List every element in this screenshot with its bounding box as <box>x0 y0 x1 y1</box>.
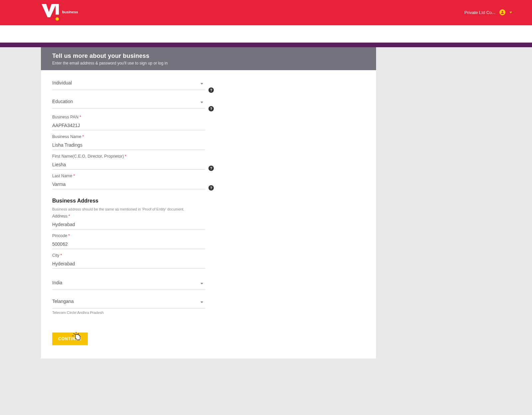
address-label: Address* <box>52 214 365 218</box>
city-row: City* <box>52 253 365 269</box>
form-card: Tell us more about your business Enter t… <box>41 47 376 358</box>
page-title: Tell us more about your business <box>52 53 365 60</box>
brand-logo: ™ business <box>42 4 78 21</box>
business-pan-label: Business PAN* <box>52 115 365 119</box>
state-select[interactable]: Telangana <box>52 296 205 309</box>
category-row: Education ? <box>52 96 365 109</box>
business-pan-row: Business PAN* <box>52 115 365 130</box>
category-select[interactable]: Education <box>52 96 205 109</box>
entity-type-row: Individual ? <box>52 77 365 90</box>
help-icon[interactable]: ? <box>208 106 214 111</box>
business-address-note: Business address should be the same as m… <box>52 207 365 211</box>
cursor-pointer-icon <box>72 332 81 342</box>
telecom-circle-text: Telecom Circle:Andhra Pradesh <box>52 311 365 315</box>
first-name-row: First Name(C.E.O, Director, Proprietor)*… <box>52 154 365 170</box>
entity-type-select[interactable]: Individual <box>52 77 205 90</box>
svg-point-3 <box>502 11 503 13</box>
city-label: City* <box>52 253 365 258</box>
svg-rect-0 <box>56 4 59 15</box>
business-name-input[interactable] <box>52 140 205 150</box>
pincode-input[interactable] <box>52 239 205 249</box>
nav-strip <box>0 25 532 43</box>
continue-button[interactable]: CONTINUE <box>52 333 88 345</box>
last-name-input[interactable] <box>52 180 205 189</box>
pincode-row: Pincode* <box>52 233 365 249</box>
business-name-label: Business Name* <box>52 134 365 139</box>
last-name-row: Last Name* ? <box>52 174 365 189</box>
brand-bar: ™ business Private Ltd Co... <box>0 0 532 25</box>
state-row: Telangana Telecom Circle:Andhra Pradesh <box>52 296 365 315</box>
first-name-label: First Name(C.E.O, Director, Proprietor)* <box>52 154 365 159</box>
brand-sub-text: business <box>62 10 78 14</box>
country-select[interactable]: India <box>52 277 205 290</box>
business-pan-input[interactable] <box>52 121 205 130</box>
svg-point-2 <box>56 17 59 21</box>
address-row: Address* <box>52 214 365 229</box>
address-input[interactable] <box>52 220 205 229</box>
pincode-label: Pincode* <box>52 233 365 238</box>
account-menu[interactable]: Private Ltd Co... <box>465 9 512 15</box>
account-label: Private Ltd Co... <box>465 10 495 15</box>
form-body: Individual ? Education ? Business PAN* B… <box>41 70 376 345</box>
chevron-down-icon <box>509 12 512 13</box>
accent-strip <box>0 43 532 47</box>
last-name-label: Last Name* <box>52 174 365 178</box>
svg-text:™: ™ <box>60 4 60 6</box>
svg-line-5 <box>73 333 75 335</box>
business-address-heading: Business Address <box>52 198 365 204</box>
city-input[interactable] <box>52 259 205 269</box>
first-name-input[interactable] <box>52 160 205 170</box>
country-row: India <box>52 277 365 290</box>
help-icon[interactable]: ? <box>208 185 214 191</box>
user-icon <box>499 9 505 15</box>
business-name-row: Business Name* <box>52 134 365 150</box>
help-icon[interactable]: ? <box>208 166 214 171</box>
page-subtitle: Enter the email address & password you'l… <box>52 61 365 66</box>
form-header: Tell us more about your business Enter t… <box>41 47 376 70</box>
help-icon[interactable]: ? <box>208 87 214 93</box>
